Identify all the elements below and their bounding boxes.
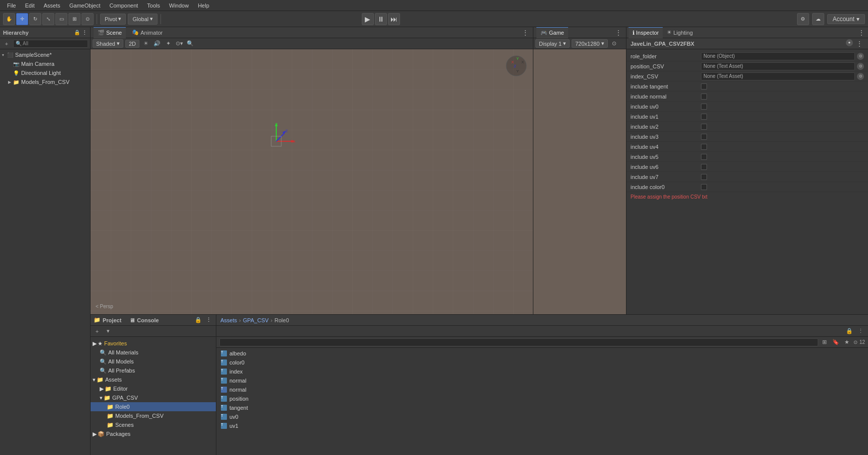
cloud-btn[interactable]: ☁ (812, 13, 824, 25)
hand-tool-btn[interactable]: ✋ (3, 13, 15, 25)
assets-group[interactable]: ▾ 📁 Assets (91, 375, 216, 384)
move-tool-btn[interactable]: ✛ (16, 13, 28, 25)
universal-tool-btn[interactable]: ⊞ (68, 13, 81, 25)
csv-more-btn[interactable]: ⋮ (855, 39, 864, 48)
effects-toggle-btn[interactable]: ✦ (164, 39, 173, 48)
lighting-toggle-btn[interactable]: ☀ (141, 39, 150, 48)
hierarchy-item-samplescene[interactable]: ▾ ⬛ SampleScene* (0, 50, 90, 59)
tab-game[interactable]: 🎮 Game (536, 27, 568, 38)
project-arrow-btn[interactable]: ▾ (104, 327, 113, 336)
display-btn[interactable]: Display 1 ▾ (535, 39, 570, 48)
include-uv1-checkbox[interactable] (701, 114, 707, 120)
hierarchy-item-maincamera[interactable]: 📷 Main Camera (0, 59, 90, 68)
project-more-btn[interactable]: ⋮ (204, 316, 213, 325)
include-uv6-checkbox[interactable] (701, 164, 707, 170)
game-gizmos-btn[interactable]: ⊙ (610, 39, 619, 48)
tab-inspector[interactable]: ℹ Inspector (628, 27, 663, 38)
gizmos-dropdown-btn[interactable]: ⊙▾ (175, 39, 184, 48)
include-tangent-checkbox[interactable] (701, 83, 707, 89)
file-item-uv0[interactable]: T uv0 (218, 412, 866, 421)
index-csv-picker-btn[interactable]: ⊙ (857, 73, 864, 80)
filebrowser-filter-btn[interactable]: 🔖 (831, 338, 840, 347)
menu-help[interactable]: Help (194, 2, 213, 10)
rotate-tool-btn[interactable]: ↻ (29, 13, 41, 25)
index-csv-field[interactable]: None (Text Asset) (701, 72, 855, 80)
file-item-position[interactable]: T position (218, 394, 866, 403)
project-add-btn[interactable]: + (93, 327, 102, 336)
audio-toggle-btn[interactable]: 🔊 (152, 39, 162, 48)
file-item-albedo[interactable]: T albedo (218, 349, 866, 358)
role0-folder-item[interactable]: 📁 Role0 (91, 402, 216, 411)
all-models-item[interactable]: 🔍 All Models (91, 357, 216, 366)
include-color0-checkbox[interactable] (701, 184, 707, 190)
position-csv-field[interactable]: None (Text Asset) (701, 62, 855, 70)
menu-component[interactable]: Component (105, 2, 142, 10)
file-item-index[interactable]: T index (218, 367, 866, 376)
scene-more-btn[interactable]: ⋮ (521, 28, 530, 37)
scale-tool-btn[interactable]: ⤡ (42, 13, 54, 25)
menu-file[interactable]: File (3, 2, 20, 10)
filebrowser-view-btn[interactable]: ⊞ (820, 338, 829, 347)
include-uv0-checkbox[interactable] (701, 104, 707, 110)
menu-tools[interactable]: Tools (143, 2, 164, 10)
packages-group[interactable]: ▶ 📦 Packages (91, 429, 216, 438)
editor-folder-item[interactable]: ▶ 📁 Editor (91, 384, 216, 393)
tab-scene[interactable]: 🎬 Scene (94, 27, 126, 38)
hierarchy-item-directionallight[interactable]: 💡 Directional Light (0, 68, 90, 77)
include-uv4-checkbox[interactable] (701, 144, 707, 150)
tab-animator[interactable]: 🎭 Animator (128, 27, 167, 38)
services-btn[interactable]: ⚙ (797, 13, 809, 25)
breadcrumb-assets[interactable]: Assets (220, 317, 237, 323)
models-folder-item[interactable]: 📁 Models_From_CSV (91, 411, 216, 420)
menu-window[interactable]: Window (165, 2, 193, 10)
include-uv2-checkbox[interactable] (701, 124, 707, 130)
file-item-color0[interactable]: T color0 (218, 358, 866, 367)
scene-search-btn[interactable]: 🔍 (186, 39, 195, 48)
include-uv7-checkbox[interactable] (701, 174, 707, 180)
2d-toggle-btn[interactable]: 2D (125, 40, 139, 48)
filebrowser-lock-btn[interactable]: 🔒 (845, 327, 854, 336)
hierarchy-add-btn[interactable]: + (2, 39, 11, 48)
role-folder-field[interactable]: None (Object) (701, 52, 855, 60)
file-item-normal2[interactable]: T normal (218, 385, 866, 394)
include-uv5-checkbox[interactable] (701, 154, 707, 160)
pivot-toggle[interactable]: Pivot ▾ (100, 14, 126, 25)
role-folder-picker-btn[interactable]: ⊙ (857, 53, 864, 60)
rect-tool-btn[interactable]: ▭ (55, 13, 67, 25)
resolution-btn[interactable]: 720x1280 ▾ (572, 39, 607, 48)
menu-gameobject[interactable]: GameObject (65, 2, 105, 10)
file-item-normal1[interactable]: T normal (218, 376, 866, 385)
filebrowser-more-btn[interactable]: ⋮ (856, 327, 865, 336)
shading-mode-btn[interactable]: Shaded ▾ (93, 39, 123, 48)
custom-tool-btn[interactable]: ⊙ (82, 13, 94, 25)
gpa-csv-folder-item[interactable]: ▾ 📁 GPA_CSV (91, 393, 216, 402)
tab-lighting[interactable]: ☀ Lighting (663, 27, 697, 38)
breadcrumb-gpa-csv[interactable]: GPA_CSV (243, 317, 269, 323)
step-button[interactable]: ⏭ (388, 13, 400, 25)
file-item-tangent[interactable]: T tangent (218, 403, 866, 412)
hierarchy-lock-icon[interactable]: 🔒 (74, 30, 80, 35)
position-csv-picker-btn[interactable]: ⊙ (857, 63, 864, 70)
global-toggle[interactable]: Global ▾ (128, 14, 157, 25)
pause-button[interactable]: ⏸ (375, 13, 387, 25)
hierarchy-item-modelsfromcsv[interactable]: ▶ 📁 Models_From_CSV (0, 77, 90, 86)
hierarchy-more-icon[interactable]: ⋮ (82, 30, 87, 35)
project-lock-btn[interactable]: 🔒 (194, 316, 203, 325)
hierarchy-search-placeholder[interactable]: All (23, 41, 28, 46)
csv-options-btn[interactable]: ● (846, 39, 853, 46)
favorites-group[interactable]: ▶ ★ Favorites (91, 339, 216, 348)
play-button[interactable]: ▶ (362, 13, 374, 25)
all-prefabs-item[interactable]: 🔍 All Prefabs (91, 366, 216, 375)
include-normal-checkbox[interactable] (701, 94, 707, 100)
menu-assets[interactable]: Assets (40, 2, 64, 10)
menu-edit[interactable]: Edit (21, 2, 39, 10)
filebrowser-star-btn[interactable]: ★ (842, 338, 851, 347)
scenes-folder-item[interactable]: 📁 Scenes (91, 420, 216, 429)
game-more-btn[interactable]: ⋮ (614, 28, 623, 37)
file-search-input[interactable] (219, 338, 818, 346)
all-materials-item[interactable]: 🔍 All Materials (91, 348, 216, 357)
file-item-uv1[interactable]: T uv1 (218, 421, 866, 430)
include-uv3-checkbox[interactable] (701, 134, 707, 140)
inspector-more-btn[interactable]: ⋮ (857, 28, 866, 37)
account-button[interactable]: Account ▾ (827, 14, 865, 24)
